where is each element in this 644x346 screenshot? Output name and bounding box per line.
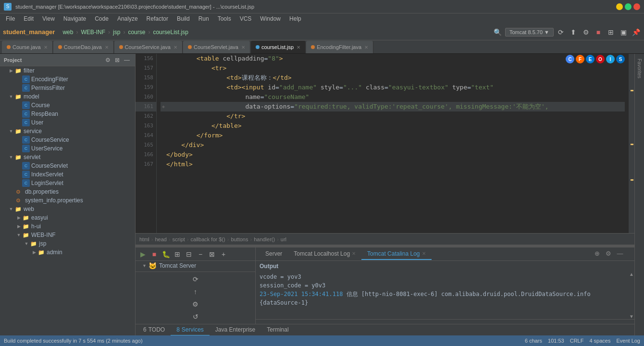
layout-button[interactable]: ▣ (618, 27, 629, 37)
opera-icon[interactable]: O (596, 55, 605, 63)
code-content[interactable]: <table cellpadding="8"> <tr> <td>课程名称：</… (157, 54, 629, 233)
menu-code[interactable]: Code (91, 14, 112, 23)
tab-close-button[interactable]: ✕ (44, 45, 48, 50)
tab-close-button[interactable]: ✕ (241, 45, 245, 50)
tab-courseservlet-java[interactable]: CourseServlet.java ✕ (183, 41, 250, 53)
menu-help[interactable]: Help (285, 14, 305, 23)
menu-file[interactable]: File (2, 14, 19, 23)
tree-item-courseservlet[interactable]: C CourseServlet (0, 161, 135, 170)
tree-item-service[interactable]: ▼ 📁 service (0, 127, 135, 136)
tomcat-server-badge[interactable]: Tomcat 8.5.70 ▼ (505, 28, 554, 37)
panel-close-button[interactable]: — (615, 249, 625, 259)
menu-edit[interactable]: Edit (20, 14, 37, 23)
minimize-button[interactable] (616, 3, 623, 10)
pin-button[interactable]: 📌 (631, 27, 641, 37)
tree-item-loginservlet[interactable]: C LoginServlet (0, 179, 135, 187)
output-tab-catalina-log[interactable]: Tomcat Catalina Log ✕ (361, 248, 431, 260)
services-item-tomcat-server[interactable]: ▼ 🐱 Tomcat Server (136, 261, 255, 271)
menu-navigate[interactable]: Navigate (60, 14, 90, 23)
breadcrumb-html[interactable]: html (139, 236, 149, 242)
sidebar-settings-button[interactable]: ⚙ (103, 56, 112, 64)
services-settings-button[interactable]: ⚙ (190, 299, 201, 309)
services-restart-button[interactable]: ↺ (190, 311, 201, 322)
services-reload-button[interactable]: ⟳ (190, 274, 201, 284)
sidebar-expand-button[interactable]: ⊠ (113, 56, 122, 64)
breadcrumb-webinf[interactable]: WEB-INF (79, 28, 107, 37)
services-stop-button[interactable]: ■ (149, 249, 160, 260)
breadcrumb-handler[interactable]: handler() (254, 236, 275, 242)
services-add-button[interactable]: + (218, 249, 229, 260)
breadcrumb-web[interactable]: web (61, 28, 75, 37)
ie-icon[interactable]: I (606, 55, 615, 63)
menu-tools[interactable]: Tools (214, 14, 235, 23)
tree-item-servlet[interactable]: ▼ 📁 servlet (0, 153, 135, 161)
breadcrumb-course[interactable]: course (126, 28, 147, 37)
code-editor[interactable]: 156 157 158 159 160 161 162 163 164 165 … (136, 54, 634, 233)
tab-close-button[interactable]: ✕ (422, 251, 426, 256)
tree-item-easyui[interactable]: ▶ 📁 easyui (0, 213, 135, 222)
breadcrumb-callback[interactable]: callback for $() (191, 236, 225, 242)
services-run-button[interactable]: ▶ (137, 249, 148, 260)
settings-button[interactable]: ⚙ (581, 27, 591, 37)
menu-window[interactable]: Window (256, 14, 285, 23)
breadcrumb-jsp[interactable]: jsp (111, 28, 122, 37)
tab-close-button[interactable]: ✕ (352, 251, 356, 256)
services-filter-button[interactable]: ⊟ (184, 249, 194, 260)
output-tab-server[interactable]: Server (260, 248, 288, 260)
tree-item-course[interactable]: C Course (0, 101, 135, 110)
scrollbar-down-button[interactable]: ▼ (629, 314, 634, 319)
services-debug-button[interactable]: 🐛 (161, 249, 171, 260)
chrome-icon[interactable]: C (566, 55, 574, 63)
tree-item-encodingfilter[interactable]: C EncodingFilter (0, 75, 135, 84)
tab-coursedao-java[interactable]: CourseDao.java ✕ (53, 41, 114, 53)
output-scrollbar[interactable]: ▲ ▼ (629, 272, 634, 319)
side-tab-favorites[interactable]: Favorites (636, 56, 643, 81)
bottom-tab-todo[interactable]: 6 TODO (137, 324, 171, 336)
tree-item-courseservice[interactable]: C CourseService (0, 136, 135, 144)
menu-vcs[interactable]: VCS (236, 14, 256, 23)
tree-item-jsp[interactable]: ▼ 📁 jsp (0, 239, 135, 248)
scrollbar-up-button[interactable]: ▲ (629, 272, 634, 277)
services-update-button[interactable]: ↑ (190, 286, 201, 297)
tab-course-java[interactable]: Course.java ✕ (2, 41, 53, 53)
close-button[interactable] (633, 3, 640, 10)
output-tab-localhost-log[interactable]: Tomcat Localhost Log ✕ (288, 248, 361, 260)
tree-item-indexservlet[interactable]: C IndexServlet (0, 170, 135, 179)
output-hscrollbar[interactable] (256, 319, 634, 324)
breadcrumb-file[interactable]: courseList.jsp (151, 28, 190, 37)
services-tree-button[interactable]: ⊞ (172, 249, 183, 260)
tree-item-respbean[interactable]: C RespBean (0, 110, 135, 118)
tree-item-hui[interactable]: ▶ 📁 h-ui (0, 222, 135, 231)
tree-item-db-properties[interactable]: ⚙ db.properties (0, 187, 135, 196)
stop-button[interactable]: ■ (593, 27, 604, 37)
panel-add-button[interactable]: ⊕ (592, 249, 602, 259)
search-button[interactable]: 🔍 (493, 27, 503, 37)
tab-close-button[interactable]: ✕ (297, 45, 300, 50)
tree-item-user[interactable]: C User (0, 118, 135, 127)
breadcrumb-script[interactable]: script (173, 236, 185, 242)
menu-view[interactable]: View (38, 14, 59, 23)
window-controls[interactable] (616, 3, 640, 10)
bottom-tab-java-enterprise[interactable]: Java Enterprise (210, 324, 261, 336)
edge-icon[interactable]: E (586, 55, 594, 63)
bottom-tab-services[interactable]: 8 Services (171, 324, 210, 336)
breadcrumb-buttons[interactable]: buttons (231, 236, 248, 242)
sidebar-close-button[interactable]: — (123, 56, 131, 64)
tab-close-button[interactable]: ✕ (364, 45, 368, 50)
tree-item-admin[interactable]: ▶ 📁 admin (0, 248, 135, 257)
services-layout-button[interactable]: ⊠ (207, 249, 217, 260)
refresh-button[interactable]: ⟳ (556, 27, 566, 37)
menu-analyze[interactable]: Analyze (113, 14, 142, 23)
tab-encodingfilter-java[interactable]: EncodingFilter.java ✕ (306, 41, 373, 53)
menu-run[interactable]: Run (195, 14, 213, 23)
tree-item-userservice[interactable]: C UserService (0, 144, 135, 153)
tab-courselist-jsp[interactable]: courseList.jsp ✕ (251, 41, 306, 53)
breadcrumb-head[interactable]: head (155, 236, 166, 242)
tree-item-filter[interactable]: ▶ 📁 filter (0, 66, 135, 75)
breadcrumb-url[interactable]: url (281, 236, 286, 242)
firefox-icon[interactable]: F (576, 55, 584, 63)
tree-item-model[interactable]: ▼ 📁 model (0, 92, 135, 101)
tree-item-permissfilter[interactable]: C PermissFilter (0, 84, 135, 92)
tree-item-web[interactable]: ▼ 📁 web (0, 205, 135, 213)
maximize-button[interactable] (625, 3, 632, 10)
